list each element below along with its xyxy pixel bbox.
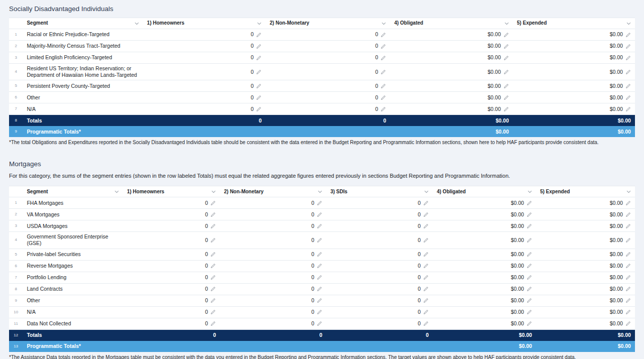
editable-cell[interactable]: $0.00	[513, 29, 635, 40]
editable-cell[interactable]: 0	[123, 284, 220, 295]
edit-pencil-icon[interactable]	[210, 286, 216, 292]
column-header-segment[interactable]: Segment	[23, 18, 143, 29]
editable-cell[interactable]: $0.00	[433, 249, 536, 260]
editable-cell[interactable]: 0	[123, 295, 220, 306]
editable-cell[interactable]: 0	[326, 197, 433, 208]
column-header-4-obligated[interactable]: 4) Obligated	[390, 18, 512, 29]
edit-pencil-icon[interactable]	[625, 275, 631, 280]
editable-cell[interactable]: 0	[220, 318, 326, 329]
edit-pencil-icon[interactable]	[625, 83, 631, 89]
editable-cell[interactable]: 0	[266, 103, 390, 114]
edit-pencil-icon[interactable]	[527, 212, 532, 217]
editable-cell[interactable]: $0.00	[390, 52, 512, 63]
editable-cell[interactable]: $0.00	[513, 41, 635, 52]
edit-pencil-icon[interactable]	[527, 237, 532, 243]
edit-pencil-icon[interactable]	[503, 32, 509, 38]
edit-pencil-icon[interactable]	[625, 286, 631, 292]
edit-pencil-icon[interactable]	[503, 69, 509, 75]
edit-pencil-icon[interactable]	[503, 106, 509, 112]
editable-cell[interactable]: 0	[220, 220, 326, 231]
edit-pencil-icon[interactable]	[625, 252, 631, 257]
edit-pencil-icon[interactable]	[625, 69, 631, 75]
editable-cell[interactable]: 0	[326, 209, 433, 220]
edit-pencil-icon[interactable]	[527, 298, 532, 303]
edit-pencil-icon[interactable]	[625, 263, 631, 269]
edit-pencil-icon[interactable]	[527, 309, 532, 315]
chevron-down-icon[interactable]	[318, 190, 322, 193]
editable-cell[interactable]: $0.00	[390, 41, 512, 52]
edit-pencil-icon[interactable]	[317, 309, 322, 315]
editable-cell[interactable]: 0	[123, 261, 220, 272]
editable-cell[interactable]: $0.00	[433, 220, 536, 231]
editable-cell[interactable]: $0.00	[536, 284, 635, 295]
editable-cell[interactable]: $0.00	[536, 220, 635, 231]
edit-pencil-icon[interactable]	[527, 286, 532, 292]
editable-cell[interactable]: 0	[220, 197, 326, 208]
edit-pencil-icon[interactable]	[317, 298, 322, 303]
edit-pencil-icon[interactable]	[317, 263, 322, 269]
editable-cell[interactable]: 0	[123, 318, 220, 329]
edit-pencil-icon[interactable]	[527, 321, 532, 326]
editable-cell[interactable]: 0	[143, 80, 266, 91]
edit-pencil-icon[interactable]	[210, 275, 216, 280]
column-header-4-obligated[interactable]: 4) Obligated	[433, 186, 536, 197]
edit-pencil-icon[interactable]	[503, 95, 509, 100]
editable-cell[interactable]: 0	[326, 249, 433, 260]
editable-cell[interactable]: $0.00	[513, 103, 635, 114]
editable-cell[interactable]: $0.00	[390, 64, 512, 80]
edit-pencil-icon[interactable]	[210, 263, 216, 269]
column-header-5-expended[interactable]: 5) Expended	[513, 18, 635, 29]
editable-cell[interactable]: 0	[143, 64, 266, 80]
editable-cell[interactable]: 0	[123, 249, 220, 260]
editable-cell[interactable]: 0	[220, 261, 326, 272]
edit-pencil-icon[interactable]	[423, 263, 429, 269]
chevron-down-icon[interactable]	[504, 22, 509, 25]
chevron-down-icon[interactable]	[381, 22, 386, 25]
edit-pencil-icon[interactable]	[317, 252, 322, 257]
edit-pencil-icon[interactable]	[423, 321, 429, 326]
edit-pencil-icon[interactable]	[423, 200, 429, 206]
edit-pencil-icon[interactable]	[210, 237, 216, 243]
edit-pencil-icon[interactable]	[210, 223, 216, 229]
editable-cell[interactable]: 0	[220, 284, 326, 295]
edit-pencil-icon[interactable]	[380, 32, 386, 38]
edit-pencil-icon[interactable]	[380, 95, 386, 100]
editable-cell[interactable]: 0	[326, 261, 433, 272]
chevron-down-icon[interactable]	[626, 190, 631, 193]
edit-pencil-icon[interactable]	[503, 83, 509, 89]
editable-cell[interactable]: $0.00	[433, 318, 536, 329]
editable-cell[interactable]: 0	[266, 92, 390, 103]
editable-cell[interactable]: $0.00	[433, 295, 536, 306]
editable-cell[interactable]: 0	[143, 52, 266, 63]
edit-pencil-icon[interactable]	[527, 223, 532, 229]
editable-cell[interactable]: 0	[326, 220, 433, 231]
edit-pencil-icon[interactable]	[625, 32, 631, 38]
editable-cell[interactable]: 0	[220, 272, 326, 283]
edit-pencil-icon[interactable]	[380, 69, 386, 75]
edit-pencil-icon[interactable]	[423, 237, 429, 243]
edit-pencil-icon[interactable]	[256, 106, 262, 112]
editable-cell[interactable]: $0.00	[536, 307, 635, 318]
editable-cell[interactable]: 0	[266, 80, 390, 91]
edit-pencil-icon[interactable]	[256, 83, 262, 89]
editable-cell[interactable]: $0.00	[536, 232, 635, 248]
editable-cell[interactable]: 0	[326, 295, 433, 306]
editable-cell[interactable]: 0	[123, 209, 220, 220]
edit-pencil-icon[interactable]	[503, 55, 509, 61]
column-header-3-sdis[interactable]: 3) SDIs	[326, 186, 433, 197]
editable-cell[interactable]: 0	[143, 103, 266, 114]
chevron-down-icon[interactable]	[424, 190, 429, 193]
edit-pencil-icon[interactable]	[503, 44, 509, 49]
editable-cell[interactable]: 0	[326, 284, 433, 295]
editable-cell[interactable]: 0	[220, 307, 326, 318]
edit-pencil-icon[interactable]	[210, 200, 216, 206]
edit-pencil-icon[interactable]	[423, 275, 429, 280]
edit-pencil-icon[interactable]	[256, 95, 262, 100]
editable-cell[interactable]: $0.00	[390, 92, 512, 103]
edit-pencil-icon[interactable]	[625, 298, 631, 303]
edit-pencil-icon[interactable]	[625, 106, 631, 112]
edit-pencil-icon[interactable]	[625, 237, 631, 243]
edit-pencil-icon[interactable]	[380, 83, 386, 89]
edit-pencil-icon[interactable]	[380, 106, 386, 112]
editable-cell[interactable]: 0	[123, 197, 220, 208]
